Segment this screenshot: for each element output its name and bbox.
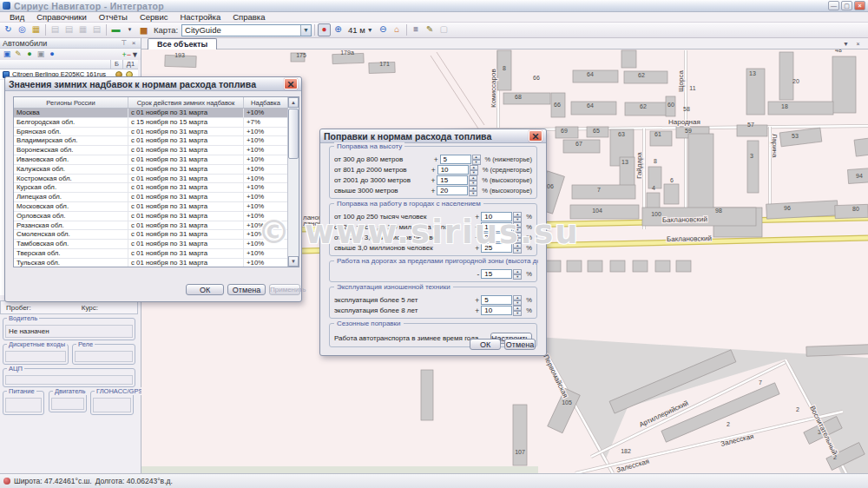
table-row[interactable]: Курская обл.с 01 ноября по 31 марта+10% [14, 183, 287, 193]
chevron-down-icon[interactable]: ▼ [300, 25, 311, 36]
winter-allowances-dialog: Значения зимних надбавок к нормам расход… [4, 76, 302, 302]
cancel-button[interactable]: Отмена [227, 284, 266, 295]
percent-input[interactable] [437, 165, 469, 175]
close-icon[interactable]: ✕ [284, 78, 298, 89]
route-icon[interactable]: ▤ [62, 23, 76, 36]
column-header[interactable]: Д1 [122, 60, 138, 69]
table-row[interactable]: Воронежская обл.с 01 ноября по 31 марта+… [14, 146, 287, 155]
percent-input[interactable] [437, 175, 468, 185]
spinner: ▲▼ [513, 295, 522, 305]
table-cell: с 01 ноября по 31 марта [128, 249, 244, 258]
vehicle-blue-icon[interactable]: ▣ [2, 49, 12, 60]
table-scrollbar[interactable]: ▲ ▼ [287, 97, 299, 267]
table-row[interactable]: Костромская обл.с 01 ноября по 31 марта+… [14, 175, 287, 184]
cancel-button[interactable]: Отмена [504, 339, 536, 350]
ok-button[interactable]: ОК [470, 339, 501, 350]
menu-Справочники[interactable]: Справочники [30, 12, 93, 22]
column-header[interactable]: Б [110, 60, 122, 69]
spin-down-icon[interactable]: ▼ [513, 274, 522, 280]
map-select[interactable]: CityGuide ▼ [181, 24, 312, 36]
percent-input[interactable] [481, 269, 512, 279]
vehicle-menu-icon[interactable]: ▼ [123, 23, 136, 36]
find-icon[interactable]: ◎ [16, 23, 29, 36]
percent-input[interactable] [481, 295, 512, 305]
window-titlebar[interactable]: Сириус Навигатор - Интегратор — ▢ × [0, 0, 868, 12]
spinner: ▲▼ [513, 212, 522, 221]
table-row[interactable]: Ивановская обл.с 01 ноября по 31 марта+1… [14, 155, 287, 165]
menu-Вид[interactable]: Вид [3, 12, 30, 22]
zoom-in-icon[interactable]: ⊕ [332, 23, 345, 36]
table-row[interactable]: Калужская обл.с 01 ноября по 31 марта+10… [14, 165, 287, 175]
table-row[interactable]: Белгородская обл.с 15 ноября по 15 марта… [14, 118, 287, 128]
globe-green-icon[interactable]: ● [24, 49, 35, 60]
table-row[interactable]: Тамбовская обл.с 01 ноября по 31 марта+1… [14, 240, 287, 249]
percent-input[interactable] [440, 155, 471, 164]
minimize-button[interactable]: — [828, 1, 839, 10]
table-row[interactable]: Тверская обл.с 01 ноября по 31 марта+10% [14, 249, 287, 259]
table-row[interactable]: Владимирская обл.с 01 ноября по 31 марта… [14, 136, 287, 146]
scroll-up-icon[interactable]: ▲ [288, 97, 299, 108]
track-icon[interactable]: ▤ [90, 23, 103, 36]
percent-input[interactable] [481, 222, 512, 232]
close-icon[interactable]: × [129, 39, 138, 48]
close-button[interactable]: × [854, 1, 865, 10]
waybill-icon[interactable]: ▤ [49, 23, 62, 36]
scroll-down-icon[interactable]: ▼ [288, 256, 299, 267]
blank-icon[interactable]: ▢ [437, 23, 450, 36]
percent-input[interactable] [481, 212, 512, 221]
refresh-icon[interactable]: ↻ [2, 23, 15, 36]
ok-button[interactable]: ОК [186, 284, 224, 295]
table-cell: с 01 ноября по 31 марта [128, 221, 244, 230]
unit-note: % (нижнегорье) [485, 155, 532, 163]
pin-icon[interactable]: ⊤ [120, 39, 128, 48]
dialog-titlebar[interactable]: Поправки к нормам расхода топлива ✕ [320, 129, 546, 143]
spin-down-icon[interactable]: ▼ [513, 248, 522, 254]
spin-down-icon[interactable]: ▼ [513, 311, 522, 316]
home-icon[interactable]: ⌂ [391, 23, 404, 36]
vehicle-icon[interactable]: ▬ [109, 23, 122, 36]
table-row[interactable]: Липецкая обл.с 01 ноября по 31 марта+10% [14, 193, 287, 202]
column-header[interactable]: Надбавка [244, 97, 287, 108]
points-icon[interactable]: ▦ [76, 23, 89, 36]
list-icon[interactable]: ≡ [410, 23, 423, 36]
column-header[interactable]: Срок действия зимних надбавок [128, 97, 244, 108]
percent-input[interactable] [437, 186, 468, 195]
camera-icon[interactable]: ▣ [36, 49, 46, 60]
globe-blue-icon[interactable]: ● [47, 49, 57, 60]
table-row[interactable]: Москвас 01 ноября по 31 марта+10% [14, 109, 287, 118]
spin-row: эксплуатация более 5 лет+▲▼% [334, 295, 532, 305]
tab-list-icon[interactable]: ▼ [841, 40, 851, 49]
table-row[interactable]: Смоленская обл.с 01 ноября по 31 марта+1… [14, 230, 287, 240]
chart-icon[interactable]: ▅ [137, 23, 150, 36]
tab-close-icon[interactable]: × [853, 40, 863, 49]
percent-input[interactable] [481, 243, 512, 253]
traffic-light-icon[interactable]: ● [318, 23, 331, 36]
columns-icon[interactable]: ▼ [131, 50, 139, 59]
table-row[interactable]: Рязанская обл.с 01 ноября по 31 марта+10… [14, 221, 287, 231]
percent-input[interactable] [481, 306, 512, 315]
plan-icon[interactable]: ▦ [30, 23, 43, 36]
table-row[interactable]: Тульская обл.с 01 ноября по 31 марта+10% [14, 259, 287, 267]
dialog-titlebar[interactable]: Значения зимних надбавок к нормам расход… [5, 77, 301, 91]
menu-Справка[interactable]: Справка [227, 12, 271, 22]
menu-Настройка[interactable]: Настройка [174, 12, 227, 22]
menu-Сервис[interactable]: Сервис [134, 12, 174, 22]
percent-input[interactable] [481, 233, 512, 242]
spin-down-icon[interactable]: ▼ [469, 191, 477, 196]
column-header[interactable]: Регионы России [14, 97, 128, 108]
table-row[interactable]: Московская обл.с 01 ноября по 31 марта+1… [14, 202, 287, 212]
tab-all-objects[interactable]: Все объекты [148, 38, 217, 49]
table-row[interactable]: Орловская обл.с 01 ноября по 31 марта+10… [14, 212, 287, 221]
apply-button[interactable]: Применить [269, 284, 300, 295]
menu-Отчёты[interactable]: Отчёты [93, 12, 134, 22]
table-row[interactable]: Брянская обл.с 01 ноября по 31 марта+10% [14, 128, 287, 137]
zoom-scale-select[interactable]: 41 м ▼ [345, 25, 376, 35]
edit-note-icon[interactable]: ✎ [424, 23, 437, 36]
driver-group: Водитель Не назначен [3, 318, 135, 340]
maximize-button[interactable]: ▢ [841, 1, 852, 10]
zoom-out-icon[interactable]: ⊖ [377, 23, 390, 36]
edit-icon[interactable]: ✎ [13, 49, 23, 60]
close-icon[interactable]: ✕ [529, 130, 542, 142]
scroll-thumb[interactable] [288, 109, 299, 159]
table-cell: +10% [244, 109, 287, 117]
